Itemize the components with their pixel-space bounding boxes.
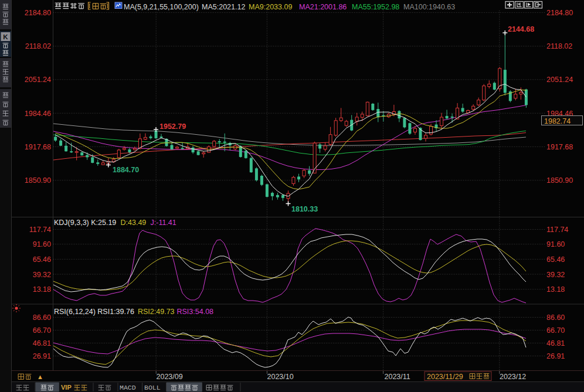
svg-text:D:43.49: D:43.49 <box>121 219 147 227</box>
svg-text:1850.90: 1850.90 <box>25 176 51 185</box>
svg-text:86.60: 86.60 <box>546 313 565 322</box>
svg-text:65.46: 65.46 <box>33 255 51 264</box>
svg-text:39.32: 39.32 <box>33 271 51 279</box>
svg-text:13.18: 13.18 <box>546 285 565 294</box>
svg-text:1984.46: 1984.46 <box>25 110 51 118</box>
svg-text:RSI(6,12,24) RSI1:39.76: RSI(6,12,24) RSI1:39.76 <box>54 308 134 316</box>
svg-text:MACD: MACD <box>120 384 136 391</box>
svg-text:K: K <box>3 33 8 40</box>
svg-text:▲: ▲ <box>37 373 43 380</box>
svg-text:MA9:2033.09: MA9:2033.09 <box>249 3 292 11</box>
svg-text:2023/09: 2023/09 <box>157 373 183 381</box>
svg-text:KDJ(9,3,3) K:25.19: KDJ(9,3,3) K:25.19 <box>54 219 116 227</box>
svg-text:2184.80: 2184.80 <box>25 9 51 17</box>
svg-text:2184.80: 2184.80 <box>546 9 573 17</box>
svg-text:MA(5,9,21,55,100,200): MA(5,9,21,55,100,200) <box>124 3 199 11</box>
svg-text:1952.79: 1952.79 <box>159 122 186 131</box>
svg-text:39.32: 39.32 <box>546 271 565 279</box>
svg-text:MA55:1952.98: MA55:1952.98 <box>352 3 399 11</box>
svg-text:91.60: 91.60 <box>33 240 51 248</box>
svg-text:2023/11/29: 2023/11/29 <box>427 373 463 381</box>
svg-text:2118.02: 2118.02 <box>546 42 572 50</box>
svg-text:2023/12: 2023/12 <box>500 373 526 381</box>
svg-text:2023/11: 2023/11 <box>385 373 410 381</box>
svg-text:BOLL: BOLL <box>144 384 161 391</box>
svg-text:2023/10: 2023/10 <box>267 373 294 381</box>
svg-text:2118.02: 2118.02 <box>25 42 51 50</box>
svg-text:1850.90: 1850.90 <box>546 176 573 185</box>
svg-text:RSI2:49.73: RSI2:49.73 <box>138 308 175 316</box>
svg-text:86.60: 86.60 <box>33 313 51 322</box>
svg-text:2051.24: 2051.24 <box>546 76 573 84</box>
svg-text:66.70: 66.70 <box>546 326 565 335</box>
svg-text:2051.24: 2051.24 <box>25 76 51 84</box>
svg-text:MA100:1940.63: MA100:1940.63 <box>403 3 455 11</box>
svg-text:117.74: 117.74 <box>29 226 51 234</box>
svg-text:26.91: 26.91 <box>33 352 51 360</box>
svg-text:26.91: 26.91 <box>546 352 565 360</box>
svg-text:VIP: VIP <box>61 384 72 391</box>
svg-text:MA5:2021.12: MA5:2021.12 <box>202 3 245 11</box>
svg-text:1917.68: 1917.68 <box>546 143 573 151</box>
svg-text:46.81: 46.81 <box>33 339 51 347</box>
svg-text:1884.70: 1884.70 <box>113 166 139 174</box>
svg-text:46.81: 46.81 <box>546 339 565 347</box>
svg-text:J:-11.41: J:-11.41 <box>151 219 176 227</box>
svg-text:65.46: 65.46 <box>546 255 565 264</box>
svg-text:MA21:2001.86: MA21:2001.86 <box>299 3 347 11</box>
svg-text:2144.68: 2144.68 <box>508 25 534 33</box>
svg-text:1982.74: 1982.74 <box>544 117 571 125</box>
svg-text:117.74: 117.74 <box>546 226 568 234</box>
svg-text:91.60: 91.60 <box>546 240 565 248</box>
svg-text:1810.33: 1810.33 <box>291 205 318 213</box>
svg-text:13.18: 13.18 <box>33 285 51 294</box>
svg-text:RSI3:54.08: RSI3:54.08 <box>177 308 214 316</box>
svg-text:66.70: 66.70 <box>33 326 51 335</box>
svg-text:1917.68: 1917.68 <box>25 143 51 151</box>
